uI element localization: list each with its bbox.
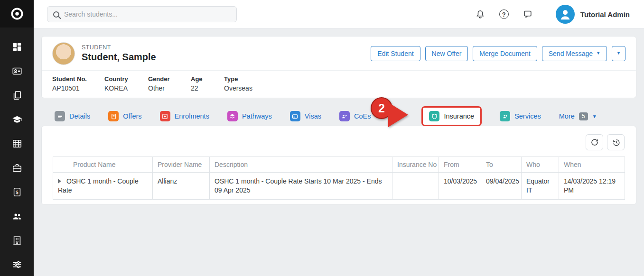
tab-offers[interactable]: Offers <box>108 111 141 121</box>
visa-card-icon <box>290 111 300 121</box>
top-bar: ? Tutorial Admin <box>34 0 644 28</box>
invoice-dollar-icon: $ <box>12 187 22 197</box>
more-count-badge: 5 <box>579 112 588 120</box>
more-actions-dropdown-button[interactable]: ▼ <box>612 46 625 61</box>
col-from[interactable]: From <box>439 157 481 173</box>
topbar-actions: ? Tutorial Admin <box>474 0 630 28</box>
sidebar-item-dashboard[interactable] <box>11 41 23 53</box>
col-to[interactable]: To <box>481 157 522 173</box>
info-student-no: Student No. AP10501 <box>52 75 104 92</box>
sidebar-item-courses[interactable] <box>11 113 23 126</box>
cell-description: OSHC 1 month - Couple Rate Starts 10 Mar… <box>210 173 392 200</box>
sidebar-item-timetables[interactable] <box>11 138 23 150</box>
sidebar-nav: $ <box>11 41 23 271</box>
student-actions: Edit Student New Offer Merge Document Se… <box>371 46 625 61</box>
sidebar-item-students[interactable] <box>11 65 23 77</box>
sidebar-item-documents[interactable] <box>11 89 23 101</box>
cell-to: 09/04/2025 <box>481 173 522 200</box>
offer-document-icon <box>108 111 119 121</box>
col-provider-name[interactable]: Provider Name <box>153 157 210 173</box>
app-logo[interactable] <box>0 0 34 28</box>
person-check-icon <box>339 111 350 121</box>
enrolment-plus-icon <box>160 111 170 121</box>
svg-text:$: $ <box>15 189 19 195</box>
sidebar-item-invoices[interactable]: $ <box>11 186 23 198</box>
send-message-button[interactable]: Send Message▼ <box>542 46 607 61</box>
cell-who: Equator IT <box>522 173 559 200</box>
tab-insurance[interactable]: Insurance <box>421 106 482 126</box>
user-avatar-icon <box>556 5 575 24</box>
col-description[interactable]: Description <box>210 157 392 173</box>
info-type: Type Overseas <box>224 75 252 92</box>
edit-student-button[interactable]: Edit Student <box>371 46 420 61</box>
chevron-down-icon: ▼ <box>596 51 600 55</box>
tab-coes[interactable]: CoEs <box>339 111 371 121</box>
notifications-bell-icon <box>475 9 485 19</box>
student-type-label: STUDENT <box>82 44 156 51</box>
building-icon <box>12 235 22 246</box>
notifications-button[interactable] <box>474 8 486 20</box>
cell-provider-name: Allianz <box>153 173 210 200</box>
table-grid-icon <box>12 138 22 149</box>
student-header-top: STUDENT Student, Sample Edit Student New… <box>42 37 636 71</box>
tab-services[interactable]: Services <box>500 111 541 121</box>
col-who[interactable]: Who <box>522 157 559 173</box>
dashboard-icon <box>12 42 22 52</box>
tab-obscured[interactable] <box>389 111 403 121</box>
sidebar-item-campus[interactable] <box>11 234 23 247</box>
tab-enrolments[interactable]: Enrolments <box>160 111 209 121</box>
settings-sliders-icon <box>12 259 22 270</box>
chat-icon <box>523 9 533 19</box>
graduation-cap-icon <box>12 114 22 125</box>
student-card-icon <box>12 66 22 76</box>
insurance-panel: Product Name Provider Name Description I… <box>41 126 636 205</box>
user-menu[interactable]: Tutorial Admin <box>556 5 630 24</box>
briefcase-icon <box>12 163 22 173</box>
info-country: Country KOREA <box>104 75 148 92</box>
chevron-down-icon: ▼ <box>616 51 621 55</box>
services-person-icon <box>500 111 510 121</box>
cell-from: 10/03/2025 <box>439 173 481 200</box>
col-insurance-no[interactable]: Insurance No <box>392 157 439 173</box>
col-product-name[interactable]: Product Name <box>53 157 153 173</box>
merge-document-button[interactable]: Merge Document <box>473 46 537 61</box>
tab-visas[interactable]: Visas <box>290 111 321 121</box>
cell-when: 14/03/2025 12:19 PM <box>559 173 625 200</box>
insurance-shield-icon <box>429 111 439 121</box>
student-header-card: STUDENT Student, Sample Edit Student New… <box>41 36 636 98</box>
search-icon <box>53 11 59 18</box>
student-avatar <box>52 42 75 65</box>
tab-details[interactable]: Details <box>55 111 90 121</box>
app-sidebar: $ <box>0 0 34 276</box>
help-button[interactable]: ? <box>498 8 510 20</box>
tab-more[interactable]: More 5 ▼ <box>559 112 597 120</box>
chevron-down-icon: ▼ <box>592 114 597 119</box>
sidebar-item-agents[interactable] <box>11 162 23 174</box>
refresh-icon <box>590 138 599 147</box>
row-expand-icon[interactable] <box>58 179 61 184</box>
history-button[interactable] <box>607 134 625 150</box>
details-icon <box>55 111 65 121</box>
search-input[interactable] <box>64 10 231 18</box>
sidebar-item-settings[interactable] <box>11 258 23 271</box>
app-logo-swirl-icon <box>10 7 24 21</box>
table-header-row: Product Name Provider Name Description I… <box>53 157 625 173</box>
documents-icon <box>12 90 22 101</box>
refresh-button[interactable] <box>586 134 603 150</box>
new-offer-button[interactable]: New Offer <box>425 46 468 61</box>
sidebar-item-staff[interactable] <box>11 210 23 222</box>
cell-insurance-no <box>392 173 439 200</box>
cell-product-name: OSHC 1 month - Couple Rate <box>53 173 153 200</box>
tab-pathways[interactable]: Pathways <box>227 111 272 121</box>
chat-button[interactable] <box>522 8 534 20</box>
history-icon <box>612 138 620 147</box>
people-icon <box>12 211 22 221</box>
table-row: OSHC 1 month - Couple Rate Allianz OSHC … <box>53 173 625 200</box>
student-names: STUDENT Student, Sample <box>82 44 156 63</box>
pathways-layers-icon <box>227 111 238 121</box>
student-search[interactable] <box>47 6 237 22</box>
help-icon: ? <box>499 9 509 19</box>
user-name: Tutorial Admin <box>580 10 630 18</box>
info-age: Age 22 <box>191 75 224 92</box>
col-when[interactable]: When <box>559 157 625 173</box>
